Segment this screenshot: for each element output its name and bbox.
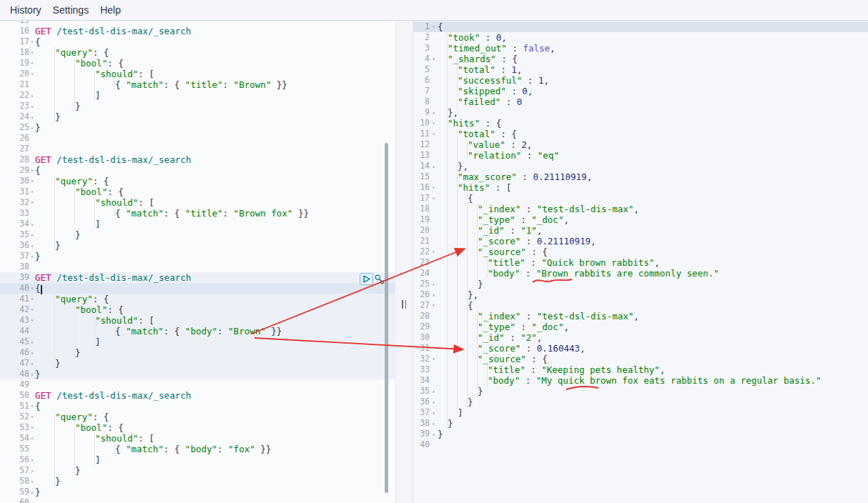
code-line-28[interactable]: 28GET /test-dsl-dis-max/_search: [0, 154, 395, 165]
code-line-12[interactable]: 12"value" : 2,: [413, 139, 868, 150]
fold-open-icon[interactable]: ▾: [29, 304, 35, 315]
code-line-40[interactable]: 40: [413, 439, 868, 450]
code-line-35[interactable]: 35▴}: [413, 386, 868, 397]
fold-open-icon[interactable]: ▾: [430, 118, 438, 129]
fold-close-icon[interactable]: ▴: [430, 279, 438, 289]
request-options-button[interactable]: [373, 273, 385, 285]
code-line-28[interactable]: 28"_index" : "test-dsl-dis-max",: [413, 311, 868, 322]
code-line-7[interactable]: 7"skipped" : 0,: [413, 86, 868, 96]
code-line-54[interactable]: 54▾"should": [: [0, 433, 395, 444]
fold-close-icon[interactable]: ▴: [29, 111, 35, 122]
code-line-1[interactable]: 1▾{: [413, 21, 868, 32]
fold-open-icon[interactable]: ▾: [430, 354, 438, 364]
code-line-22[interactable]: 22▾"_source" : {: [413, 246, 868, 257]
code-line-29[interactable]: 29"_type" : "_doc",: [413, 322, 868, 332]
code-line-14[interactable]: 14▴},: [413, 161, 868, 171]
fold-close-icon[interactable]: ▴: [430, 107, 438, 118]
fold-close-icon[interactable]: ▴: [29, 101, 35, 111]
code-line-49[interactable]: 49: [0, 379, 395, 390]
code-line-27[interactable]: 27▾{: [413, 300, 868, 311]
fold-open-icon[interactable]: ▾: [430, 54, 438, 64]
fold-open-icon[interactable]: ▾: [29, 165, 35, 176]
fold-close-icon[interactable]: ▴: [29, 347, 35, 358]
code-line-16[interactable]: 16GET /test-dsl-dis-max/_search: [0, 26, 395, 36]
fold-open-icon[interactable]: ▾: [29, 176, 35, 186]
code-line-59[interactable]: 59▴}: [0, 487, 395, 497]
code-line-51[interactable]: 51▾{: [0, 401, 395, 412]
code-line-21[interactable]: 21{ "match": { "title": "Brown" }}: [0, 79, 395, 90]
code-line-23[interactable]: 23▴}: [0, 101, 395, 111]
code-line-19[interactable]: 19"_type" : "_doc",: [413, 214, 868, 225]
code-line-11[interactable]: 11▾"total" : {: [413, 129, 868, 139]
code-line-24[interactable]: 24▴}: [0, 111, 395, 122]
fold-close-icon[interactable]: ▴: [29, 337, 35, 347]
code-line-5[interactable]: 5"total" : 1,: [413, 64, 868, 75]
code-line-34[interactable]: 34"body" : "My quick brown fox eats rabb…: [413, 375, 868, 386]
fold-close-icon[interactable]: ▴: [430, 407, 438, 418]
fold-open-icon[interactable]: ▾: [29, 283, 35, 294]
code-line-29[interactable]: 29▾{: [0, 165, 395, 176]
code-line-6[interactable]: 6"successful" : 1,: [413, 75, 868, 86]
code-line-36[interactable]: 36▴}: [0, 240, 395, 251]
fold-open-icon[interactable]: ▾: [430, 21, 438, 32]
code-line-27[interactable]: 27: [0, 144, 395, 154]
fold-close-icon[interactable]: ▴: [29, 219, 35, 229]
panel-divider[interactable]: [395, 21, 413, 503]
fold-open-icon[interactable]: ▾: [29, 315, 35, 326]
code-line-15[interactable]: 15: [0, 21, 395, 26]
code-line-39[interactable]: 39GET /test-dsl-dis-max/_search: [0, 272, 395, 283]
code-line-36[interactable]: 36▴}: [413, 397, 868, 407]
code-line-31[interactable]: 31"_score" : 0.160443,: [413, 343, 868, 354]
code-line-31[interactable]: 31▾"bool": {: [0, 186, 395, 197]
code-line-13[interactable]: 13"relation" : "eq": [413, 150, 868, 161]
code-line-18[interactable]: 18▾"query": {: [0, 47, 395, 58]
menu-help[interactable]: Help: [100, 4, 121, 16]
code-line-47[interactable]: 47▴}: [0, 358, 395, 369]
code-line-34[interactable]: 34▴]: [0, 219, 395, 229]
code-line-38[interactable]: 38: [0, 262, 395, 272]
drag-handle-icon[interactable]: [400, 300, 408, 309]
code-line-37[interactable]: 37▴}: [0, 251, 395, 262]
fold-open-icon[interactable]: ▾: [29, 36, 35, 47]
fold-open-icon[interactable]: ▾: [430, 129, 438, 139]
fold-open-icon[interactable]: ▾: [29, 197, 35, 208]
fold-open-icon[interactable]: ▾: [430, 300, 438, 311]
fold-close-icon[interactable]: ▴: [430, 289, 438, 300]
fold-close-icon[interactable]: ▴: [29, 251, 35, 262]
code-line-16[interactable]: 16▾"hits" : [: [413, 182, 868, 193]
code-line-15[interactable]: 15"max_score" : 0.21110919,: [413, 171, 868, 182]
send-request-button[interactable]: [360, 273, 373, 285]
fold-close-icon[interactable]: ▴: [29, 122, 35, 133]
code-line-26[interactable]: 26▴},: [413, 289, 868, 300]
code-line-53[interactable]: 53▾"bool": {: [0, 422, 395, 433]
code-line-25[interactable]: 25▴}: [0, 122, 395, 133]
fold-open-icon[interactable]: ▾: [430, 193, 438, 204]
code-line-55[interactable]: 55{ "match": { "body": "fox" }}: [0, 444, 395, 454]
code-line-23[interactable]: 23"title" : "Quick brown rabbits",: [413, 257, 868, 268]
code-line-37[interactable]: 37▴]: [413, 407, 868, 418]
code-line-3[interactable]: 3"timed_out" : false,: [413, 43, 868, 54]
request-editor[interactable]: 1516GET /test-dsl-dis-max/_search17▾{18▾…: [0, 21, 395, 503]
code-line-35[interactable]: 35▴}: [0, 229, 395, 240]
code-line-17[interactable]: 17▾{: [413, 193, 868, 204]
fold-open-icon[interactable]: ▾: [29, 47, 35, 58]
left-editor-scrollbar[interactable]: [385, 143, 388, 493]
fold-open-icon[interactable]: ▾: [29, 412, 35, 422]
fold-close-icon[interactable]: ▴: [29, 465, 35, 476]
code-line-39[interactable]: 39▴}: [413, 429, 868, 439]
fold-close-icon[interactable]: ▴: [29, 229, 35, 240]
fold-open-icon[interactable]: ▾: [29, 186, 35, 197]
code-line-40[interactable]: 40▾{: [0, 283, 395, 294]
code-line-25[interactable]: 25▴}: [413, 279, 868, 289]
code-line-32[interactable]: 32▾"should": [: [0, 197, 395, 208]
code-line-30[interactable]: 30▾"query": {: [0, 176, 395, 186]
fold-close-icon[interactable]: ▴: [430, 418, 438, 429]
fold-open-icon[interactable]: ▾: [29, 58, 35, 69]
fold-close-icon[interactable]: ▴: [430, 386, 438, 397]
fold-close-icon[interactable]: ▴: [430, 161, 438, 171]
code-line-50[interactable]: 50GET /test-dsl-dis-max/_search: [0, 390, 395, 401]
fold-open-icon[interactable]: ▾: [29, 422, 35, 433]
fold-close-icon[interactable]: ▴: [29, 487, 35, 497]
fold-open-icon[interactable]: ▾: [430, 182, 438, 193]
code-line-19[interactable]: 19▾"bool": {: [0, 58, 395, 69]
